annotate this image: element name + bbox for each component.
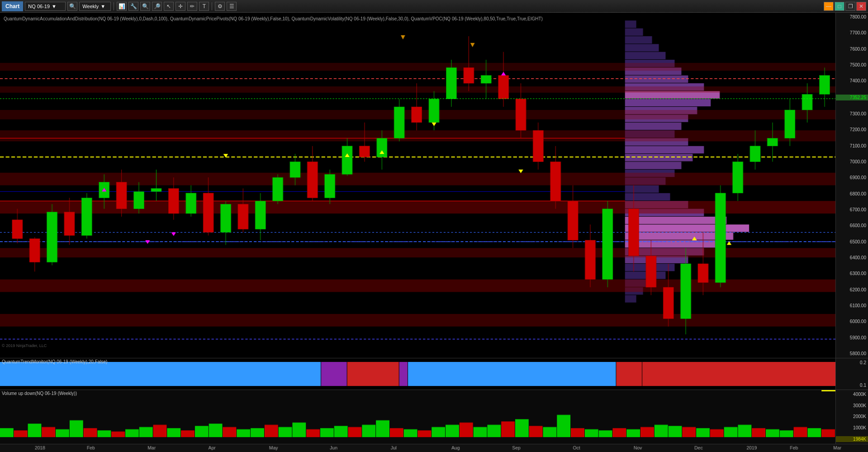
price-tick-7700.00: 7700.00: [836, 30, 868, 35]
vol-tick-2000: 2000K: [836, 414, 868, 419]
volume-axis: 4000K 3000K 2000K 1000K 1984K: [835, 390, 868, 444]
trend-axis-top: 0.2: [836, 360, 868, 365]
properties-icon[interactable]: ⚙: [215, 2, 225, 11]
minimize-button[interactable]: —: [824, 2, 834, 11]
bar-chart-icon[interactable]: 📊: [117, 2, 127, 11]
vol-tick-3000: 3000K: [836, 403, 868, 408]
trend-axis-mid: 0.1: [836, 383, 868, 388]
zoom-out-icon[interactable]: 🔎: [152, 2, 162, 11]
price-tick-7600.00: 7600.00: [836, 47, 868, 52]
timeframe-selector[interactable]: Weekly ▼: [79, 2, 111, 11]
maximize-button[interactable]: □: [835, 2, 844, 11]
trend-canvas: [0, 358, 868, 390]
price-tick-7300.00: 7300.00: [836, 111, 868, 116]
price-tick-6400.00: 6400.00: [836, 255, 868, 260]
price-tick-7100.00: 7100.00: [836, 143, 868, 148]
text-icon[interactable]: T: [199, 2, 209, 11]
price-tick-6000.00: 6000.00: [836, 319, 868, 324]
chart-info-label: QuantumDynamicAccumulationAndDistributio…: [4, 16, 832, 21]
search-button[interactable]: 🔍: [67, 2, 77, 11]
time-canvas: [0, 444, 868, 452]
price-axis: 7800.007700.007600.007500.007400.007352.…: [835, 13, 868, 358]
tools-icon[interactable]: 🔧: [128, 2, 138, 11]
price-tick-7400.00: 7400.00: [836, 78, 868, 83]
list-icon[interactable]: ☰: [227, 2, 237, 11]
trend-axis: 0.2 0.1: [835, 358, 868, 390]
toolbar: Chart NQ 06-19 ▼ 🔍 Weekly ▼ 📊 🔧 🔍 🔎 ↖ ✛ …: [0, 0, 868, 13]
price-tick-6700.00: 6700.00: [836, 207, 868, 212]
crosshair-icon[interactable]: ✛: [175, 2, 185, 11]
trend-monitor-label: QuantumTrendMonitor(NQ 06-19 (Weekly),20…: [2, 359, 107, 364]
price-tick-5800.00: 5800.00: [836, 351, 868, 356]
close-button[interactable]: ✕: [856, 2, 866, 11]
price-tick-6200.00: 6200.00: [836, 287, 868, 292]
symbol-selector[interactable]: NQ 06-19 ▼: [25, 2, 66, 11]
price-tick-7000.00: 7000.00: [836, 159, 868, 164]
price-tick-6800.00: 6800.00: [836, 191, 868, 196]
price-tick-6900.00: 6900.00: [836, 175, 868, 180]
trend-monitor-panel: QuantumTrendMonitor(NQ 06-19 (Weekly),20…: [0, 358, 868, 390]
chart-canvas: [0, 13, 868, 358]
volume-panel: Volume up down(NQ 06-19 (Weekly)) 4000K …: [0, 390, 868, 444]
restore-button[interactable]: ❐: [845, 2, 855, 11]
main-container: QuantumDynamicAccumulationAndDistributio…: [0, 13, 868, 452]
zoom-in-icon[interactable]: 🔍: [140, 2, 150, 11]
price-tick-7352.25: 7352.25: [836, 95, 868, 100]
copyright-text: © 2019 NinjaTrader, LLC: [2, 343, 47, 348]
pointer-icon[interactable]: ↖: [164, 2, 174, 11]
vol-tick-current: 1984K: [836, 436, 868, 442]
price-tick-6100.00: 6100.00: [836, 303, 868, 308]
price-tick-7500.00: 7500.00: [836, 62, 868, 67]
price-tick-7800.00: 7800.00: [836, 14, 868, 19]
volume-canvas: [0, 390, 835, 444]
vol-tick-4000: 4000K: [836, 392, 868, 397]
draw-icon[interactable]: ✏: [187, 2, 197, 11]
chart-label: Chart: [2, 1, 23, 11]
volume-label: Volume up down(NQ 06-19 (Weekly)): [2, 391, 77, 396]
price-tick-7200.00: 7200.00: [836, 127, 868, 132]
price-tick-6300.00: 6300.00: [836, 271, 868, 276]
price-tick-6500.00: 6500.00: [836, 239, 868, 244]
price-tick-6600.00: 6600.00: [836, 223, 868, 228]
price-tick-5900.00: 5900.00: [836, 335, 868, 340]
time-axis: [0, 444, 868, 452]
price-chart[interactable]: QuantumDynamicAccumulationAndDistributio…: [0, 13, 868, 358]
vol-tick-1000: 1000K: [836, 425, 868, 430]
